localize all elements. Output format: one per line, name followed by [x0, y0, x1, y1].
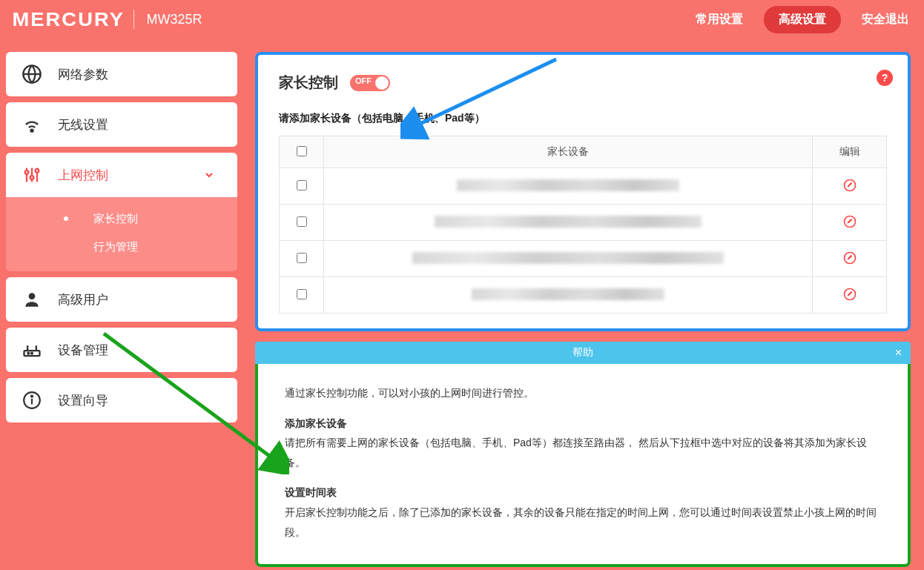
info-icon [6, 391, 58, 410]
row-checkbox[interactable] [297, 180, 307, 190]
row-checkbox[interactable] [297, 289, 307, 299]
sidebar-sub-parental[interactable]: 家长控制 [6, 205, 237, 233]
panel-title: 家长控制 [279, 73, 338, 93]
sidebar-item-network[interactable]: 网络参数 [6, 52, 237, 96]
edit-icon[interactable] [842, 213, 858, 230]
sidebar-label-access: 上网控制 [58, 167, 108, 184]
parental-toggle[interactable]: OFF [350, 75, 390, 91]
col-device-header: 家长设备 [324, 136, 813, 168]
toggle-knob [375, 76, 389, 90]
globe-icon [6, 64, 58, 84]
device-cell [324, 205, 813, 241]
table-row [280, 277, 887, 314]
sidebar-label-wireless: 无线设置 [58, 116, 108, 133]
instruction-text: 请添加家长设备（包括电脑、手机、Pad等） [279, 112, 887, 125]
sidebar-sub-label-behavior: 行为管理 [93, 240, 138, 254]
col-edit-header: 编辑 [813, 136, 887, 168]
svg-point-16 [31, 396, 33, 397]
parental-control-card: 家长控制 OFF ? 请添加家长设备（包括电脑、手机、Pad等） 家长设备 编辑 [255, 52, 911, 331]
edit-icon[interactable] [842, 286, 858, 302]
sidebar-sub-behavior[interactable]: 行为管理 [6, 233, 237, 261]
help-icon[interactable]: ? [877, 70, 893, 86]
sidebar-item-wireless[interactable]: 无线设置 [6, 102, 237, 147]
device-cell [324, 277, 813, 314]
svg-point-5 [25, 170, 29, 174]
bullet-icon [64, 216, 68, 221]
svg-point-7 [36, 169, 39, 173]
sidebar-label-advuser: 高级用户 [58, 291, 108, 308]
wifi-icon [6, 114, 58, 135]
main-content: 家长控制 OFF ? 请添加家长设备（包括电脑、手机、Pad等） 家长设备 编辑 [237, 52, 911, 567]
help-bar: 帮助 × [255, 342, 911, 364]
sidebar-label-wizard: 设置向导 [58, 392, 108, 409]
sidebar-item-wizard[interactable]: 设置向导 [6, 378, 237, 422]
svg-point-8 [29, 293, 36, 299]
sliders-icon [6, 165, 58, 185]
sidebar-item-device-mgmt[interactable]: 设备管理 [6, 328, 237, 372]
device-cell [324, 168, 813, 205]
nav-logout[interactable]: 安全退出 [862, 12, 909, 27]
help-p1: 通过家长控制功能，可以对小孩的上网时间进行管控。 [285, 383, 881, 403]
device-table: 家长设备 编辑 [279, 136, 887, 314]
brand-logo: MERCURY [12, 8, 125, 31]
svg-point-13 [31, 353, 33, 354]
user-icon [6, 290, 58, 309]
edit-icon[interactable] [842, 250, 858, 266]
svg-point-12 [27, 353, 29, 354]
help-t1: 添加家长设备 [285, 414, 881, 434]
router-icon [6, 339, 58, 360]
help-t2: 设置时间表 [285, 483, 881, 503]
toggle-off-label: OFF [355, 76, 372, 85]
sidebar-label-network: 网络参数 [58, 66, 108, 83]
help-box: 通过家长控制功能，可以对小孩的上网时间进行管控。 添加家长设备 请把所有需要上网… [255, 364, 911, 567]
table-row [280, 205, 887, 241]
row-checkbox[interactable] [297, 216, 307, 227]
app-header: MERCURY MW325R 常用设置 高级设置 安全退出 [0, 0, 924, 39]
nav-basic-settings[interactable]: 常用设置 [696, 12, 743, 27]
model-label: MW325R [146, 12, 202, 27]
help-p2: 请把所有需要上网的家长设备（包括电脑、手机、Pad等）都连接至路由器， 然后从下… [285, 433, 881, 472]
sidebar: 网络参数 无线设置 上网控制 家长控制 行为管理 [0, 52, 237, 567]
divider [133, 10, 134, 29]
row-checkbox[interactable] [297, 253, 307, 263]
sidebar-item-access-control[interactable]: 上网控制 [6, 153, 237, 197]
select-all-checkbox[interactable] [297, 146, 307, 156]
sidebar-access-subgroup: 家长控制 行为管理 [6, 197, 237, 271]
table-row [280, 241, 887, 277]
edit-icon[interactable] [842, 177, 858, 193]
nav-advanced-settings[interactable]: 高级设置 [764, 6, 841, 33]
sidebar-label-device: 设备管理 [58, 342, 108, 359]
sidebar-sub-label-parental: 家长控制 [93, 212, 138, 226]
sidebar-item-advanced-user[interactable]: 高级用户 [6, 277, 237, 322]
help-p3: 开启家长控制功能之后，除了已添加的家长设备，其余的设备只能在指定的时间上网，您可… [285, 503, 881, 542]
device-cell [324, 241, 813, 277]
svg-point-1 [30, 130, 33, 132]
col-select [280, 136, 324, 168]
svg-point-6 [30, 176, 34, 179]
close-icon[interactable]: × [895, 346, 902, 359]
table-row [280, 168, 887, 205]
help-bar-title: 帮助 [572, 346, 593, 359]
chevron-down-icon [203, 169, 215, 181]
